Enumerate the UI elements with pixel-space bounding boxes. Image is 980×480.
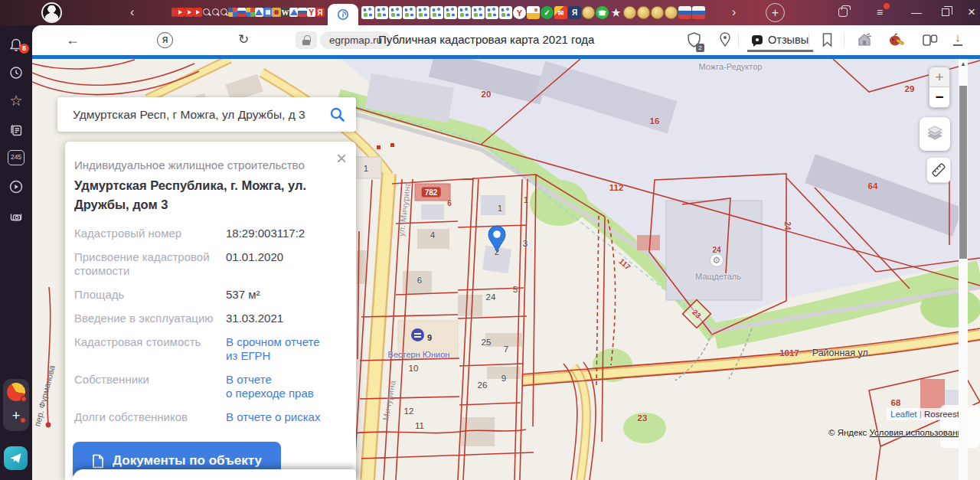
green-check-favicon[interactable] (541, 6, 554, 19)
egrpmap-favicon[interactable] (499, 6, 512, 19)
blue-triangle-favicon[interactable] (255, 8, 263, 17)
egrpmap-favicon[interactable] (472, 6, 485, 19)
tab-counter[interactable]: 245 (8, 150, 24, 165)
yandex-images-favicon[interactable] (527, 6, 540, 19)
document-icon (92, 454, 104, 469)
yandex-mail-favicon[interactable] (554, 6, 567, 19)
profile-avatar[interactable] (41, 2, 62, 23)
map-pin[interactable] (486, 225, 508, 253)
search-favicon[interactable] (211, 8, 220, 17)
row-value[interactable]: В срочном отчете из ЕГРН (226, 335, 320, 363)
close-button[interactable]: × (963, 5, 980, 20)
blue-square-favicon[interactable] (263, 8, 272, 17)
row-value[interactable]: В отчете о рисках (226, 410, 320, 424)
zoom-in-button[interactable]: + (929, 67, 950, 87)
measure-ruler-button[interactable] (926, 157, 951, 183)
browser-menu-button[interactable]: ≡ (871, 5, 888, 20)
youtube-favicon[interactable] (176, 8, 185, 17)
wordpress-favicon[interactable] (281, 8, 289, 17)
page-scrollbar[interactable]: ▲ (959, 59, 968, 480)
egrpmap-favicon[interactable] (444, 6, 457, 19)
egrpmap-favicon[interactable] (416, 6, 430, 19)
collections-icon[interactable] (922, 32, 939, 51)
coin-favicon[interactable] (665, 6, 678, 19)
add-widget-button[interactable]: + (7, 407, 25, 425)
emblem-favicon[interactable] (272, 8, 280, 17)
tabs-scroll-left-icon[interactable]: ‹ (130, 5, 134, 20)
bookmark-flag-icon[interactable] (822, 32, 833, 51)
mashdetal-poi-icon[interactable]: ⚙ (710, 253, 724, 267)
site-security-chip[interactable] (296, 31, 317, 49)
yandex-home-button[interactable]: Я (157, 32, 173, 48)
layers-button[interactable] (920, 117, 950, 151)
coin-favicon[interactable] (637, 6, 650, 19)
egrpmap-favicon[interactable] (375, 6, 388, 19)
row-value: 18:29:003117:2 (226, 227, 305, 240)
reviews-button[interactable]: Отзывы (747, 29, 813, 52)
scrollbar-up-arrow[interactable]: ▲ (959, 59, 968, 69)
row-value[interactable]: В отчете о переходе прав (226, 373, 314, 400)
yandex-y-favicon[interactable] (307, 8, 315, 17)
screenshot-camera-icon[interactable] (8, 207, 24, 223)
close-icon[interactable]: × (336, 149, 347, 168)
reload-button[interactable]: ↻ (238, 31, 249, 47)
whatsapp-favicon[interactable] (596, 6, 609, 19)
browser-content: ← Я ↻ egrpmap.ru Публичная кадастровая к… (32, 25, 980, 480)
geolocation-pin-icon[interactable] (719, 32, 731, 51)
ru-flag-favicon[interactable] (692, 6, 705, 19)
zoom-out-button[interactable]: − (929, 87, 950, 108)
object-attributes: Кадастровый номер 18:29:003117:2 Присвое… (74, 227, 341, 424)
rosreestr-link[interactable]: Rosreestr (924, 410, 962, 419)
telegram-icon[interactable] (4, 446, 28, 470)
search-favicon[interactable] (202, 8, 211, 17)
browser-tab-bar: ‹ › + ≡ — × (0, 0, 980, 25)
photos-favicon[interactable] (228, 8, 237, 17)
back-button[interactable]: ← (66, 32, 80, 48)
yandex-mail-icon[interactable] (7, 383, 25, 401)
search-icon[interactable] (329, 106, 345, 122)
terms-of-use-link[interactable]: Условия использования (870, 428, 968, 437)
search-favicon[interactable] (220, 8, 228, 17)
ru-flag-favicon[interactable] (237, 8, 246, 17)
ru-flag-favicon[interactable] (678, 6, 691, 19)
video-play-icon[interactable] (8, 179, 24, 194)
restore-button[interactable] (937, 5, 954, 20)
egrpmap-favicon[interactable] (361, 6, 374, 19)
bug-extension-icon[interactable] (887, 32, 906, 51)
ru-flag-favicon[interactable] (298, 8, 306, 17)
coin-favicon[interactable] (651, 6, 664, 19)
blue-triangle-favicon[interactable] (289, 8, 298, 17)
row-label: Присвоение кадастровой стоимости (74, 250, 226, 278)
western-union-poi-icon[interactable] (411, 328, 424, 341)
scrollbar-thumb[interactable] (959, 86, 967, 259)
minimize-button[interactable]: — (908, 5, 925, 20)
color-grid-favicon[interactable] (246, 8, 254, 17)
yandex-navy-favicon[interactable] (568, 6, 581, 19)
bookmarks-star-icon[interactable]: ☆ (8, 93, 24, 109)
yandex-y-favicon[interactable] (513, 6, 526, 19)
tab-panel-icon[interactable] (835, 5, 851, 20)
star-favicon[interactable] (609, 6, 622, 19)
tabs-scroll-right-icon[interactable]: › (732, 5, 736, 20)
egrpmap-favicon[interactable] (389, 6, 402, 19)
notes-icon[interactable] (8, 122, 24, 138)
egrpmap-favicon[interactable] (485, 6, 498, 19)
active-tab[interactable] (328, 4, 358, 25)
egrpmap-favicon[interactable] (430, 6, 443, 19)
coin-favicon[interactable] (582, 6, 595, 19)
egrpmap-favicon[interactable] (403, 6, 416, 19)
egrpmap-favicon[interactable] (458, 6, 471, 19)
history-clock-icon[interactable] (8, 65, 24, 80)
map-area[interactable]: 2016291126478261172424231017682311234562… (32, 59, 980, 480)
youtube-favicon[interactable] (194, 8, 202, 17)
youtube-favicon[interactable] (185, 8, 193, 17)
notifications-bell-icon[interactable]: 8 (8, 38, 24, 53)
leaflet-link[interactable]: Leaflet (890, 410, 917, 419)
search-input[interactable] (73, 108, 329, 122)
yandex-browser-favicon[interactable] (315, 8, 324, 17)
home-extension-icon[interactable] (856, 32, 873, 51)
protect-shield-icon[interactable]: 2 (687, 32, 701, 51)
coin-favicon[interactable] (623, 6, 636, 19)
downloads-icon[interactable]: ↓ (953, 31, 962, 46)
new-tab-button[interactable]: + (766, 3, 785, 22)
